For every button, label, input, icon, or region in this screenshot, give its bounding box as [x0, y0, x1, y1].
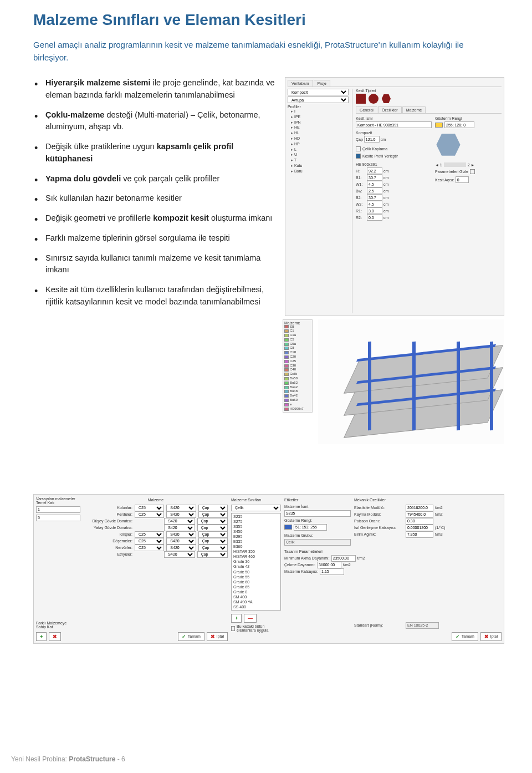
input-renk[interactable]	[444, 121, 474, 128]
add-row-button[interactable]: +	[36, 632, 47, 641]
ok-button-2[interactable]: ✓Tamam	[452, 632, 478, 641]
input-cap[interactable]	[364, 136, 380, 143]
prop-input[interactable]	[317, 562, 341, 568]
tree-item[interactable]: U	[288, 152, 349, 157]
sel-cap[interactable]: Çap	[198, 545, 228, 551]
sel-steel[interactable]: S420	[166, 545, 196, 551]
tab-malzeme[interactable]: Malzeme	[402, 106, 426, 113]
sel-concrete[interactable]: C25	[135, 505, 164, 511]
tree-item[interactable]: Kutu	[288, 163, 349, 169]
list-item[interactable]: HISTAR 355	[232, 549, 280, 554]
prop-input[interactable]	[320, 568, 344, 575]
list-item[interactable]: Grade 42	[232, 564, 280, 569]
list-item[interactable]: E295	[232, 534, 280, 539]
list-item[interactable]: SS 400	[232, 604, 280, 609]
list-item[interactable]: HISTAR 460	[232, 554, 280, 559]
add-material-button[interactable]: +	[231, 614, 242, 623]
prop-input[interactable]	[331, 555, 356, 562]
tab-veritabani[interactable]: Veritabanı	[288, 80, 313, 87]
list-item[interactable]: S355	[232, 524, 280, 529]
sel-steel[interactable]: S420	[164, 551, 195, 558]
sel-concrete[interactable]: C25	[135, 538, 164, 545]
prop-input[interactable]	[406, 525, 433, 531]
sel-steel[interactable]: S420	[164, 525, 195, 531]
color-swatch-b[interactable]	[284, 525, 292, 530]
input-malzeme-ismi[interactable]	[284, 510, 351, 517]
sel-concrete[interactable]: C25	[135, 545, 164, 551]
sel-concrete[interactable]: C25	[135, 511, 164, 518]
tab-proje[interactable]: Proje	[314, 80, 330, 87]
list-item[interactable]: Grade 55	[232, 574, 280, 579]
tab-ozellikler[interactable]: Özellikler	[378, 106, 402, 113]
steel-list[interactable]: S235S275S355S450E295E335E360HISTAR 355HI…	[231, 513, 281, 611]
list-item[interactable]: S275	[232, 519, 280, 524]
dim-input[interactable]	[367, 181, 382, 187]
checkbox-param-gizle[interactable]	[470, 169, 475, 174]
dim-input[interactable]	[367, 194, 382, 201]
shape-preview-1[interactable]	[356, 94, 366, 104]
sel-cap[interactable]: Çap	[197, 551, 228, 558]
sel-cap[interactable]: Çap	[197, 525, 228, 531]
tree-item[interactable]: Boru	[288, 169, 349, 174]
tree-item[interactable]: HE	[288, 125, 349, 130]
shape-preview-3[interactable]	[381, 94, 391, 104]
tree-item[interactable]: HP	[288, 141, 349, 147]
sel-cap[interactable]: Çap	[198, 531, 228, 538]
tree-item[interactable]: T	[288, 157, 349, 163]
dim-input[interactable]	[367, 214, 382, 221]
input-kesit-ismi[interactable]	[356, 121, 432, 128]
tab-general[interactable]: General	[356, 106, 377, 113]
dim-input[interactable]	[367, 167, 382, 174]
list-item[interactable]: Grade 60	[232, 579, 280, 584]
sel-steel[interactable]: S420	[166, 531, 196, 538]
ok-button[interactable]: ✓Tamam	[178, 632, 204, 641]
tree-item[interactable]: HD	[288, 136, 349, 141]
select-kompozit[interactable]: Kompozit	[288, 89, 349, 95]
tree-item[interactable]: IPE	[288, 114, 349, 120]
sel-cap[interactable]: Çap	[198, 505, 228, 511]
list-item[interactable]: Grade 65	[232, 584, 280, 589]
dim-input[interactable]	[367, 201, 382, 207]
list-item[interactable]: SM 490 YA	[232, 599, 280, 604]
list-item[interactable]: S450	[232, 529, 280, 534]
dim-input[interactable]	[367, 174, 382, 181]
input-kat-1[interactable]	[36, 506, 80, 513]
tree-item[interactable]: I	[288, 109, 349, 114]
prop-input[interactable]	[406, 531, 433, 538]
dim-input[interactable]	[367, 187, 382, 194]
prop-input[interactable]	[406, 505, 433, 511]
shape-preview-2[interactable]	[369, 94, 378, 104]
sel-cap[interactable]: Çap	[197, 518, 228, 525]
checkbox-celik-kaplama[interactable]	[356, 146, 361, 151]
input-renk-b[interactable]	[294, 524, 327, 531]
sel-concrete[interactable]: C25	[135, 531, 164, 538]
checkbox-profil-yerlestir[interactable]	[356, 154, 361, 159]
list-item[interactable]: E360	[232, 544, 280, 549]
prop-input[interactable]	[406, 511, 433, 518]
tree-item[interactable]: HL	[288, 130, 349, 136]
sel-cap[interactable]: Çap	[198, 538, 228, 545]
select-sinif[interactable]: Çelik	[231, 505, 281, 511]
prop-input[interactable]	[406, 518, 433, 525]
tree-item[interactable]: IPN	[288, 120, 349, 125]
delete-row-button[interactable]: ✖	[49, 632, 61, 641]
input-kat-2[interactable]	[36, 515, 80, 521]
list-item[interactable]: SM 400	[232, 594, 280, 599]
sel-steel[interactable]: S420	[166, 511, 196, 518]
list-item[interactable]: E335	[232, 539, 280, 544]
list-item[interactable]: Grade 50	[232, 569, 280, 574]
select-avrupa[interactable]: Avrupa	[288, 96, 349, 103]
sel-cap[interactable]: Çap	[198, 511, 228, 518]
list-item[interactable]: S235	[232, 514, 280, 519]
list-item[interactable]: Grade 36	[232, 559, 280, 564]
color-swatch[interactable]	[435, 123, 443, 128]
cancel-button-2[interactable]: ✖İptal	[480, 632, 502, 641]
sel-steel[interactable]: S420	[166, 538, 196, 545]
list-item[interactable]: Grade 8	[232, 589, 280, 594]
label-param-gizle[interactable]: Parametreleri Gizle	[435, 170, 468, 174]
dim-input[interactable]	[367, 207, 382, 214]
input-kesit-agisi[interactable]	[456, 176, 469, 183]
delete-material-button[interactable]: —	[244, 614, 257, 623]
checkbox-uygula[interactable]	[231, 626, 235, 631]
tree-item[interactable]: L	[288, 147, 349, 152]
